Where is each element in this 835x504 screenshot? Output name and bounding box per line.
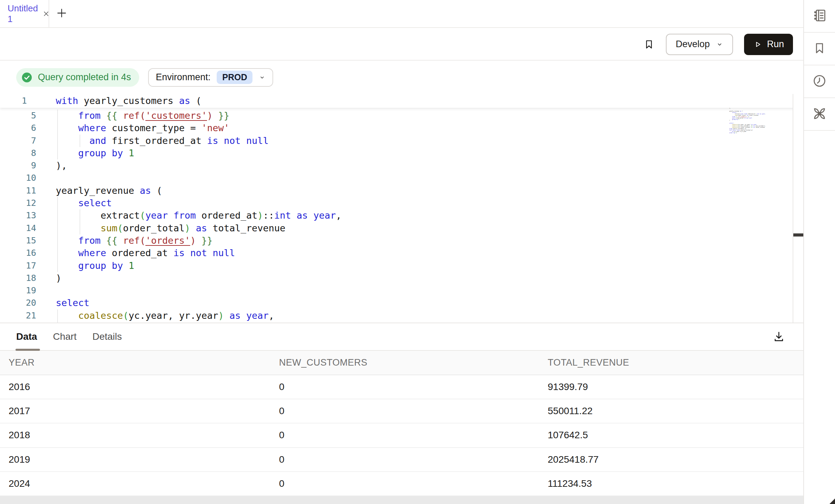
editor-scrollbar[interactable] xyxy=(793,94,803,323)
minimap[interactable]: with yearly_customers as ( select extrac… xyxy=(729,97,803,323)
run-label: Run xyxy=(767,39,784,50)
indent-guide xyxy=(80,222,80,234)
line-number: 16 xyxy=(0,247,36,259)
line-number: 21 xyxy=(0,309,36,322)
download-button[interactable] xyxy=(772,330,785,343)
rail-button-bookmark[interactable] xyxy=(804,33,835,65)
rail-button-notebook[interactable] xyxy=(804,0,835,33)
line-number: 20 xyxy=(0,297,36,309)
app-window: Untitled 1 Develop Run xyxy=(0,0,835,504)
right-icon-rail xyxy=(803,0,835,504)
chevron-down-icon xyxy=(716,41,723,48)
code-line: 11yearly_revenue as ( xyxy=(0,185,793,197)
rail-button-history[interactable] xyxy=(804,65,835,98)
code-line: 1with yearly_customers as ( xyxy=(0,94,803,108)
table-cell: 2017 xyxy=(0,406,270,417)
tab-untitled-1[interactable]: Untitled 1 xyxy=(0,0,49,27)
code-lines: 5 from {{ ref('customers') }}6 where cus… xyxy=(0,109,793,323)
code-line: 10 xyxy=(0,172,793,184)
results-tab-details[interactable]: Details xyxy=(92,323,122,350)
table-row: 20180107642.5 xyxy=(0,423,803,448)
horizontal-scrollbar[interactable] xyxy=(0,496,803,504)
code-line: 15 from {{ ref('orders') }} xyxy=(0,234,793,247)
line-number: 18 xyxy=(0,272,36,284)
column-header: YEAR xyxy=(0,357,270,368)
develop-label: Develop xyxy=(676,39,710,50)
play-icon xyxy=(753,40,762,49)
rail-button-copilot[interactable] xyxy=(804,98,835,131)
line-number: 19 xyxy=(0,284,36,297)
copilot-icon xyxy=(812,106,827,123)
table-cell: 0 xyxy=(270,406,539,417)
close-tab-icon[interactable] xyxy=(42,10,50,18)
line-number: 8 xyxy=(0,147,36,159)
table-row: 20170550011.22 xyxy=(0,399,803,423)
run-button[interactable]: Run xyxy=(744,34,793,55)
table-cell: 550011.22 xyxy=(539,406,803,417)
line-number: 17 xyxy=(0,260,36,272)
download-icon xyxy=(772,330,785,343)
query-status-text: Query completed in 4s xyxy=(38,72,131,83)
line-number: 12 xyxy=(0,197,36,209)
code-line: 12 select xyxy=(0,197,793,209)
indent-guide xyxy=(57,247,58,259)
check-circle-icon xyxy=(21,71,33,84)
code-line: order by 1; xyxy=(729,132,773,134)
results-tab-chart[interactable]: Chart xyxy=(53,323,76,350)
develop-button[interactable]: Develop xyxy=(666,34,733,55)
code-editor[interactable]: 1with yearly_customers as ( 5 from {{ re… xyxy=(0,94,803,323)
plus-icon xyxy=(56,7,68,20)
indent-guide xyxy=(80,209,80,222)
chevron-down-icon xyxy=(259,74,266,81)
new-tab-button[interactable] xyxy=(49,0,74,27)
status-row: Query completed in 4s Environment: PROD xyxy=(0,61,803,94)
indent-guide xyxy=(57,197,58,209)
indent-guide xyxy=(80,135,80,147)
results-tab-bar: DataChartDetails xyxy=(0,323,803,351)
code-line: 14 sum(order_total) as total_revenue xyxy=(0,222,793,234)
table-cell: 0 xyxy=(270,478,539,489)
indent-guide xyxy=(57,309,58,322)
column-header: TOTAL_REVENUE xyxy=(539,357,803,368)
bookmark-button[interactable] xyxy=(643,39,655,50)
table-row: 2016091399.79 xyxy=(0,375,803,399)
line-number: 15 xyxy=(0,234,36,247)
table-cell: 91399.79 xyxy=(539,381,803,392)
line-number: 1 xyxy=(0,94,36,108)
environment-label: Environment: xyxy=(156,72,210,83)
line-number: 10 xyxy=(0,172,36,184)
table-cell: 2019 xyxy=(0,454,270,465)
resize-corner-handle[interactable] xyxy=(829,498,835,504)
indent-guide xyxy=(57,122,58,134)
indent-guide xyxy=(57,109,58,122)
results-tab-data[interactable]: Data xyxy=(16,323,37,350)
indent-guide xyxy=(57,222,58,234)
code-line: 5 from {{ ref('customers') }} xyxy=(0,109,793,122)
toolbar: Develop Run xyxy=(0,29,803,61)
table-row: 201902025418.77 xyxy=(0,448,803,472)
line-number: 6 xyxy=(0,122,36,134)
indent-guide xyxy=(57,260,58,272)
table-row: 20240111234.53 xyxy=(0,472,803,496)
line-number: 11 xyxy=(0,185,36,197)
notebook-icon xyxy=(812,8,827,24)
sticky-line: 1with yearly_customers as ( xyxy=(0,94,803,108)
line-number: 7 xyxy=(0,135,36,147)
code-line: 13 extract(year from ordered_at)::int as… xyxy=(0,209,793,222)
bookmark-icon xyxy=(812,41,827,57)
column-header: NEW_CUSTOMERS xyxy=(270,357,539,368)
table-cell: 2016 xyxy=(0,381,270,392)
main-area: Untitled 1 Develop Run xyxy=(0,0,803,504)
environment-badge: PROD xyxy=(217,71,252,84)
table-cell: 2024 xyxy=(0,478,270,489)
scrollbar-thumb[interactable] xyxy=(793,233,803,237)
line-number: 14 xyxy=(0,222,36,234)
table-cell: 2018 xyxy=(0,430,270,441)
code-line: 17 group by 1 xyxy=(0,260,793,272)
table-cell: 0 xyxy=(270,430,539,441)
indent-guide xyxy=(57,147,58,159)
environment-selector[interactable]: Environment: PROD xyxy=(148,68,273,87)
query-status-pill: Query completed in 4s xyxy=(16,68,139,87)
results-panel: DataChartDetails YEARNEW_CUSTOMERSTOTAL_… xyxy=(0,323,803,504)
table-body: 2016091399.7920170550011.2220180107642.5… xyxy=(0,375,803,496)
